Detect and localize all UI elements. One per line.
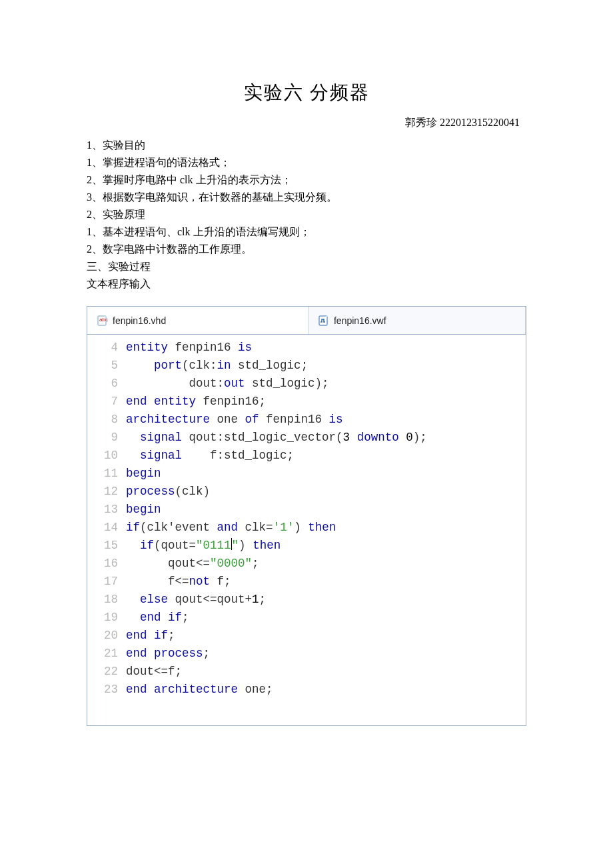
code-line: 6 dout:out std_logic); <box>87 375 526 393</box>
code-text: begin <box>126 465 526 483</box>
line-number: 15 <box>87 537 126 555</box>
code-line: 7end entity fenpin16; <box>87 393 526 411</box>
line-number: 8 <box>87 411 126 429</box>
code-line: 20end if; <box>87 627 526 645</box>
line-number: 23 <box>87 681 126 699</box>
code-line: 17 f<=not f; <box>87 573 526 591</box>
code-editor-panel: abc fenpin16.vhd fenpin16.vwf 4entity fe… <box>87 306 526 726</box>
body-line: 2、实验原理 <box>87 206 526 223</box>
line-number: 7 <box>87 393 126 411</box>
tab-vhd[interactable]: abc fenpin16.vhd <box>87 307 308 334</box>
tab-bar: abc fenpin16.vhd fenpin16.vwf <box>87 307 526 335</box>
code-line: 18 else qout<=qout+1; <box>87 591 526 609</box>
body-line: 三、实验过程 <box>87 258 526 275</box>
body-line: 1、实验目的 <box>87 137 526 154</box>
code-line: 14if(clk'event and clk='1') then <box>87 519 526 537</box>
code-line: 4entity fenpin16 is <box>87 339 526 357</box>
line-number: 5 <box>87 357 126 375</box>
code-text: architecture one of fenpin16 is <box>126 411 526 429</box>
line-number: 19 <box>87 609 126 627</box>
code-text: end architecture one; <box>126 681 526 699</box>
code-line: 21end process; <box>87 645 526 663</box>
code-line: 11begin <box>87 465 526 483</box>
code-line: 13begin <box>87 501 526 519</box>
code-text: port(clk:in std_logic; <box>126 357 526 375</box>
code-line: 8architecture one of fenpin16 is <box>87 411 526 429</box>
code-text: dout:out std_logic); <box>126 375 526 393</box>
line-number: 6 <box>87 375 126 393</box>
code-line: 10 signal f:std_logic; <box>87 447 526 465</box>
code-text: process(clk) <box>126 483 526 501</box>
code-line: 23end architecture one; <box>87 681 526 699</box>
line-number: 17 <box>87 573 126 591</box>
body-line: 2、数字电路中计数器的工作原理。 <box>87 241 526 258</box>
code-text: end if; <box>126 627 526 645</box>
line-number: 21 <box>87 645 126 663</box>
body-line: 2、掌握时序电路中 clk 上升沿的表示方法； <box>87 171 526 189</box>
line-number: 10 <box>87 447 126 465</box>
line-number: 20 <box>87 627 126 645</box>
code-line: 5 port(clk:in std_logic; <box>87 357 526 375</box>
code-text: dout<=f; <box>126 663 526 681</box>
code-line: 22dout<=f; <box>87 663 526 681</box>
body-line: 文本程序输入 <box>87 275 526 293</box>
body-text: 1、实验目的 1、掌握进程语句的语法格式； 2、掌握时序电路中 clk 上升沿的… <box>87 137 526 293</box>
line-number: 16 <box>87 555 126 573</box>
line-number: 9 <box>87 429 126 447</box>
body-line: 1、基本进程语句、clk 上升沿的语法编写规则； <box>87 223 526 241</box>
tab-vwf[interactable]: fenpin16.vwf <box>308 307 526 334</box>
text-file-icon: abc <box>97 315 109 327</box>
code-text: begin <box>126 501 526 519</box>
code-line: 16 qout<="0000"; <box>87 555 526 573</box>
page-title: 实验六 分频器 <box>87 80 526 105</box>
svg-text:abc: abc <box>99 317 108 323</box>
body-line: 3、根据数字电路知识，在计数器的基础上实现分频。 <box>87 189 526 206</box>
code-area[interactable]: 4entity fenpin16 is5 port(clk:in std_log… <box>87 335 526 725</box>
line-number: 11 <box>87 465 126 483</box>
code-text: signal f:std_logic; <box>126 447 526 465</box>
code-line: 9 signal qout:std_logic_vector(3 downto … <box>87 429 526 447</box>
line-number: 4 <box>87 339 126 357</box>
code-text: qout<="0000"; <box>126 555 526 573</box>
code-text: entity fenpin16 is <box>126 339 526 357</box>
line-number: 14 <box>87 519 126 537</box>
code-text: end entity fenpin16; <box>126 393 526 411</box>
code-text: if(qout="0111") then <box>126 537 526 555</box>
code-text: end process; <box>126 645 526 663</box>
tab-label: fenpin16.vhd <box>113 315 166 326</box>
line-number: 22 <box>87 663 126 681</box>
body-line: 1、掌握进程语句的语法格式； <box>87 154 526 171</box>
code-text: if(clk'event and clk='1') then <box>126 519 526 537</box>
code-line: 12process(clk) <box>87 483 526 501</box>
code-line: 15 if(qout="0111") then <box>87 537 526 555</box>
line-number: 13 <box>87 501 126 519</box>
code-text: f<=not f; <box>126 573 526 591</box>
tab-label: fenpin16.vwf <box>334 315 386 326</box>
code-line: 19 end if; <box>87 609 526 627</box>
code-text: signal qout:std_logic_vector(3 downto 0)… <box>126 429 526 447</box>
code-text: end if; <box>126 609 526 627</box>
waveform-file-icon <box>318 315 330 327</box>
code-text: else qout<=qout+1; <box>126 591 526 609</box>
line-number: 18 <box>87 591 126 609</box>
line-number: 12 <box>87 483 126 501</box>
svg-rect-2 <box>319 316 327 325</box>
author-line: 郭秀珍 222012315220041 <box>87 116 526 130</box>
